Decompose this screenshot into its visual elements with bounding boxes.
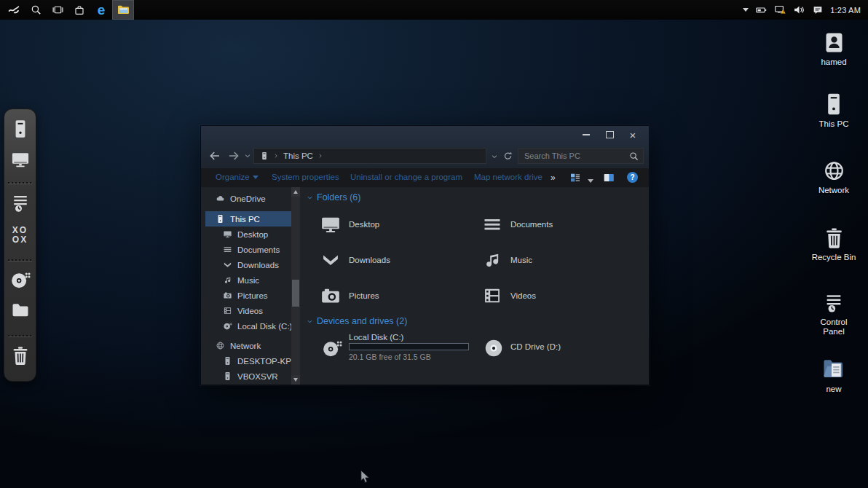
cloud-icon bbox=[216, 194, 225, 203]
drive-free-space: 20.1 GB free of 31.5 GB bbox=[349, 353, 431, 361]
computer-icon bbox=[260, 151, 269, 160]
folder-tile-downloads[interactable]: Downloads bbox=[318, 248, 482, 272]
folder-tile-desktop[interactable]: Desktop bbox=[318, 212, 482, 237]
search-input[interactable] bbox=[518, 149, 643, 163]
desktop-icon-network[interactable]: Network bbox=[803, 159, 864, 195]
folder-tile-documents[interactable]: Documents bbox=[480, 212, 644, 237]
sidebar-item-documents[interactable]: Documents bbox=[205, 242, 291, 257]
dock-recycle-bin-button[interactable] bbox=[4, 345, 36, 366]
monitor-icon bbox=[10, 149, 31, 170]
sidebar-scrollbar[interactable] bbox=[291, 187, 300, 385]
dock-divider bbox=[8, 335, 32, 337]
taskbar-search-button[interactable] bbox=[25, 0, 47, 20]
view-dropdown-chevron-icon[interactable] bbox=[585, 176, 593, 185]
file-explorer-button[interactable] bbox=[112, 0, 134, 20]
drive-tile-cd-d[interactable]: CD Drive (D:) bbox=[480, 330, 644, 371]
sidebar-item-downloads[interactable]: Downloads bbox=[205, 257, 291, 272]
close-button[interactable]: × bbox=[621, 126, 644, 143]
battery-icon[interactable] bbox=[755, 4, 768, 16]
desktop-icon-hamed[interactable]: hamed bbox=[803, 31, 864, 67]
desktop-icon-label: This PC bbox=[803, 119, 864, 129]
edge-button[interactable]: e bbox=[90, 0, 112, 20]
scrollbar-down-button[interactable] bbox=[291, 375, 300, 385]
toolbar-overflow-button[interactable]: » bbox=[551, 173, 556, 183]
back-button[interactable] bbox=[208, 149, 221, 162]
dock-folder-button[interactable] bbox=[4, 300, 36, 320]
sidebar-item-vboxsvr[interactable]: VBOXSVR bbox=[205, 369, 291, 384]
maximize-button[interactable] bbox=[598, 126, 621, 143]
recent-locations-chevron-icon[interactable] bbox=[244, 152, 251, 160]
taskbar-app-buttons: e bbox=[0, 0, 134, 20]
download-chevron-icon bbox=[318, 250, 343, 270]
desktop-icon-new[interactable]: new bbox=[803, 355, 864, 394]
disc-icon bbox=[9, 269, 31, 291]
dock-control-panel-button[interactable] bbox=[4, 192, 36, 214]
folder-tile-music[interactable]: Music bbox=[480, 248, 644, 272]
globe-icon bbox=[803, 159, 864, 183]
drives-section-header[interactable]: Devices and drives (2) bbox=[307, 316, 407, 326]
desktop-icon-label: hamed bbox=[803, 58, 864, 67]
breadcrumb-chevron-icon bbox=[317, 153, 323, 159]
dock-computer-button[interactable] bbox=[4, 119, 36, 139]
desktop-icon-recycle-bin[interactable]: Recycle Bin bbox=[803, 226, 864, 262]
xo-icon: XO OX bbox=[12, 226, 28, 245]
clock[interactable]: 1:23 AM bbox=[830, 6, 861, 15]
address-dropdown-chevron-icon[interactable] bbox=[491, 153, 498, 160]
dock-desktop-button[interactable] bbox=[4, 149, 36, 170]
breadcrumb-item[interactable]: This PC bbox=[283, 151, 313, 160]
music-note-icon bbox=[480, 250, 505, 270]
change-view-button[interactable] bbox=[569, 172, 581, 184]
sidebar-item-videos[interactable]: Videos bbox=[205, 303, 291, 318]
sidebar-item-onedrive[interactable]: OneDrive bbox=[205, 191, 291, 206]
sidebar-item-desktop[interactable]: Desktop bbox=[205, 227, 291, 242]
sidebar-item-music[interactable]: Music bbox=[205, 272, 291, 288]
speaker-icon[interactable] bbox=[793, 4, 805, 16]
minimize-button[interactable] bbox=[575, 126, 598, 143]
scrollbar-thumb[interactable] bbox=[292, 280, 299, 307]
search-magnifier-icon[interactable] bbox=[628, 151, 639, 162]
refresh-icon[interactable] bbox=[502, 150, 513, 161]
network-warning-icon[interactable] bbox=[774, 4, 786, 16]
organize-menu[interactable]: Organize bbox=[216, 173, 259, 181]
sidebar-item-desktop-kpt6f[interactable]: DESKTOP-KPT6F bbox=[205, 353, 291, 369]
folder-tile-pictures[interactable]: Pictures bbox=[318, 283, 482, 308]
folders-section-header[interactable]: Folders (6) bbox=[307, 192, 360, 202]
folder-tile-videos[interactable]: Videos bbox=[480, 283, 644, 308]
dock-media-button[interactable] bbox=[4, 269, 36, 291]
map-network-drive-button[interactable]: Map network drive bbox=[474, 173, 542, 181]
drive-tile-local-disk-c[interactable]: Local Disk (C:) 20.1 GB free of 31.5 GB bbox=[318, 330, 482, 371]
file-explorer-folder-icon bbox=[117, 3, 130, 17]
forward-button[interactable] bbox=[227, 149, 240, 162]
desktop-icon-this-pc[interactable]: This PC bbox=[803, 92, 864, 129]
address-bar[interactable]: This PC bbox=[253, 148, 486, 164]
minimize-icon bbox=[583, 134, 590, 135]
help-button[interactable]: ? bbox=[627, 172, 638, 183]
store-button[interactable] bbox=[68, 0, 90, 20]
pc-tower-icon bbox=[10, 119, 31, 139]
chevron-down-icon bbox=[307, 318, 313, 325]
search-box bbox=[518, 148, 644, 164]
uninstall-program-button[interactable]: Uninstall or change a program bbox=[350, 173, 462, 181]
task-view-button[interactable] bbox=[47, 0, 68, 20]
drive-label: Local Disk (C:) bbox=[349, 333, 403, 342]
system-properties-button[interactable]: System properties bbox=[272, 173, 339, 181]
start-button[interactable] bbox=[3, 0, 25, 20]
desktop-icon-control-panel[interactable]: Control Panel bbox=[803, 291, 864, 337]
sidebar-item-this-pc[interactable]: This PC bbox=[205, 211, 291, 227]
recycle-bin-icon bbox=[803, 226, 864, 250]
control-panel-icon bbox=[9, 192, 31, 214]
sidebar-item-network[interactable]: Network bbox=[205, 338, 291, 353]
task-view-icon bbox=[52, 4, 64, 16]
document-lines-icon bbox=[223, 245, 232, 254]
dock-xo-game-button[interactable]: XO OX bbox=[4, 226, 36, 245]
scrollbar-up-button[interactable] bbox=[291, 187, 300, 197]
system-tray: 1:23 AM bbox=[743, 4, 868, 16]
sidebar-item-pictures[interactable]: Pictures bbox=[205, 288, 291, 303]
preview-pane-button[interactable] bbox=[603, 172, 615, 184]
sidebar-item-local-disk-c[interactable]: Local Disk (C:) bbox=[205, 318, 291, 334]
folder-icon bbox=[10, 300, 31, 320]
hidden-icons-chevron-icon[interactable] bbox=[743, 8, 749, 12]
monitor-icon bbox=[223, 229, 232, 239]
action-center-icon[interactable] bbox=[812, 4, 824, 16]
film-icon bbox=[480, 286, 505, 306]
